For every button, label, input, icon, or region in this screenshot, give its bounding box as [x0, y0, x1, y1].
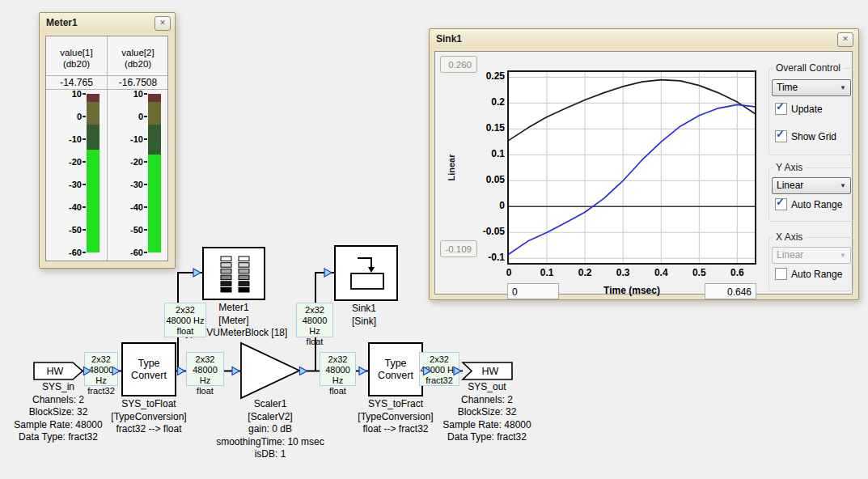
meter-block[interactable]	[202, 247, 265, 300]
wire-type-label: 2x3248000 Hzfloat	[164, 303, 206, 337]
y-tick-label: 0.1	[464, 148, 505, 160]
tick-mark	[83, 161, 86, 163]
meter-bar-segment	[87, 150, 100, 252]
meter-bar-segment	[87, 94, 100, 102]
tick-mark	[83, 229, 86, 231]
x-tick-label: 0	[493, 267, 525, 278]
meter-bar-segment	[148, 155, 161, 252]
check-icon: ✓	[776, 100, 785, 112]
tick-mark	[144, 252, 147, 253]
meter-scale-tick: -60	[46, 247, 82, 258]
port-arrow-icon	[193, 269, 201, 277]
meter-value-2: -16.7508	[108, 77, 168, 88]
scaler-block[interactable]	[241, 343, 299, 398]
label-line: 48000 Hz	[320, 365, 355, 386]
port-arrow-icon	[178, 367, 185, 375]
label-line: Data Type: fract32	[398, 431, 576, 444]
vu-meter-bar	[87, 94, 100, 252]
x-axis-label: Time (msec)	[507, 285, 756, 296]
label-line: isDB: 1	[181, 448, 359, 461]
label-line: SYS_in	[0, 381, 147, 394]
meter-bar-segment	[87, 125, 100, 150]
tick-mark	[144, 161, 147, 163]
tick-mark	[83, 184, 86, 185]
update-checkbox[interactable]: ✓ Update	[775, 103, 823, 115]
label-line: 2x32	[85, 354, 117, 365]
label-line: Convert	[131, 370, 167, 382]
check-icon: ✓	[776, 196, 785, 208]
y-tick-label: -0.05	[464, 226, 505, 238]
tick-mark	[144, 116, 147, 117]
label-line: 48000 Hz	[420, 365, 459, 375]
wire-type-label: 2x3248000 Hzfloat	[320, 352, 356, 386]
x-tick-label: 0.2	[569, 267, 601, 278]
chevron-down-icon: ▼	[840, 178, 846, 193]
meter-scale-tick: 10	[108, 88, 143, 100]
plot-area	[507, 70, 756, 265]
label-line: 48000 Hz	[297, 316, 332, 337]
meter-scale-tick: -50	[108, 224, 143, 235]
x-tick-label: 0.4	[645, 267, 677, 278]
group-title: Overall Control	[773, 62, 843, 74]
y-tick-label: 0.2	[464, 96, 505, 108]
checkbox-box	[775, 268, 787, 280]
meter-header-1: value[1] (db20)	[46, 47, 107, 70]
chevron-down-icon: ▼	[840, 248, 846, 263]
label-line: 2x32	[165, 305, 205, 316]
wire-type-label: 2x3248000 Hzfract32	[84, 352, 118, 386]
tick-mark	[83, 138, 86, 140]
port-arrow-icon	[324, 269, 332, 277]
checkbox-box: ✓	[775, 103, 787, 115]
sink-block[interactable]	[334, 245, 398, 301]
meter-value-1: -14.765	[46, 77, 107, 88]
tick-mark	[144, 138, 147, 140]
label-line: 2x32	[420, 354, 459, 365]
y-tick-label: 0.05	[464, 174, 505, 186]
domain-select[interactable]: Time ▼	[772, 79, 851, 96]
close-button[interactable]: ✕	[837, 32, 853, 47]
label-line: 48000 Hz	[165, 316, 205, 326]
y-axis-label: Linear	[447, 143, 458, 192]
meter-scale-tick: -40	[46, 201, 82, 213]
tick-mark	[144, 229, 147, 231]
hw-output-label: HW	[469, 366, 511, 377]
y-auto-range-checkbox[interactable]: ✓ Auto Range	[775, 198, 842, 210]
close-button[interactable]: ✕	[155, 16, 171, 31]
label-line: Sample Rate: 48000	[398, 419, 576, 432]
label-line: fract32	[85, 386, 117, 396]
meter-window: Meter1 ✕ value[1] (db20) value[2] (db20)…	[39, 12, 176, 269]
y-tick-label: 0	[464, 200, 505, 212]
y-tick-label: -0.1	[464, 252, 505, 264]
label-line: 48000 Hz	[85, 365, 117, 386]
x-auto-range-checkbox[interactable]: Auto Range	[775, 268, 842, 280]
y-tick-label: 0.15	[464, 122, 505, 134]
x-tick-label: 0.3	[607, 267, 639, 278]
show-grid-checkbox[interactable]: ✓ Show Grid	[775, 130, 836, 142]
x-scale-select: Linear ▼	[772, 247, 851, 264]
meter-bar-segment	[148, 102, 161, 125]
meter-scale-tick: -60	[108, 247, 143, 258]
label-line: smoothingTime: 10 msec	[181, 436, 359, 449]
sink-icon	[336, 247, 400, 299]
vu-meter-bar	[148, 94, 161, 252]
port-arrow-icon	[300, 367, 307, 375]
sink-window-titlebar[interactable]: Sink1	[430, 29, 858, 49]
label-line: BlockSize: 32	[398, 406, 576, 419]
meter-bar-segment	[87, 102, 100, 125]
meter-panel: value[1] (db20) value[2] (db20) -14.765 …	[45, 36, 168, 261]
label-line: 48000 Hz	[187, 365, 223, 386]
meter-scale-tick: 0	[46, 111, 82, 122]
meter-scale-tick: -20	[46, 156, 82, 167]
label-line: Channels: 2	[398, 394, 576, 407]
y-scale-select[interactable]: Linear ▼	[772, 177, 851, 194]
meter-scale-tick: -40	[108, 201, 143, 213]
label-line: float	[187, 386, 223, 396]
tick-mark	[144, 93, 147, 95]
checkbox-box: ✓	[775, 130, 787, 142]
meter-scale-tick: -30	[108, 179, 143, 190]
meter-scale-tick: -20	[108, 156, 143, 167]
check-icon: ✓	[776, 128, 785, 140]
app-canvas: TypeConvert TypeConvert HW HW SYS_inChan…	[0, 0, 868, 479]
checkbox-box: ✓	[775, 198, 787, 210]
meter-scale-tick: 0	[108, 111, 143, 122]
